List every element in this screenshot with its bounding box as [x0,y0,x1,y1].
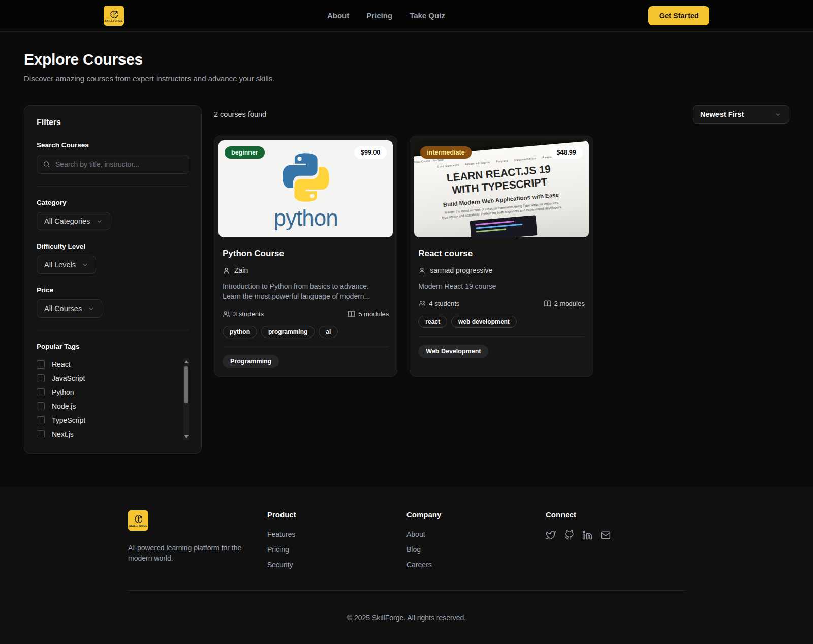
chevron-down-icon [82,262,88,268]
sort-select[interactable]: Newest First [693,105,789,124]
hero: Explore Courses Discover amazing courses… [0,32,813,83]
page-title: Explore Courses [24,51,789,68]
footer-link-security[interactable]: Security [267,561,407,569]
chevron-down-icon [96,218,103,225]
students-icon [223,310,230,318]
linkedin-icon[interactable] [582,530,592,540]
modules-count: 2 modules [554,300,585,308]
python-logo-icon [277,149,334,206]
brand-name: SKILLFORGE [105,19,123,22]
modules-count: 5 modules [358,310,389,318]
tag-label: React [52,360,71,369]
page-subtitle: Discover amazing courses from expert ins… [24,74,789,83]
students-icon [418,300,426,308]
nav-take-quiz[interactable]: Take Quiz [410,11,445,20]
tag-label: Node.js [52,402,76,410]
course-description: Modern React 19 course [418,282,584,292]
filters-divider [37,330,189,330]
filters-title: Filters [37,118,189,127]
tags-scrollbar[interactable] [183,358,189,440]
python-wordmark: python [274,207,338,229]
scroll-up-icon[interactable] [184,360,189,363]
course-card-grid: beginner $99.00 python [214,136,789,377]
footer-connect-title: Connect [546,510,685,519]
checkbox[interactable] [37,388,45,396]
footer-brand-logo[interactable]: SKILLFORGE [128,510,148,531]
checkbox[interactable] [37,430,45,438]
nav-pricing[interactable]: Pricing [366,11,392,20]
footer-brand-block: SKILLFORGE AI-powered learning platform … [128,510,267,569]
github-icon[interactable] [564,530,574,540]
checkbox[interactable] [37,360,45,369]
students-count: 4 students [429,300,459,308]
tag-label: Python [52,388,74,396]
tag-label: Next.js [52,430,74,438]
footer-column-title: Product [267,510,407,519]
page: SKILLFORGE About Pricing Take Quiz Get S… [0,0,813,644]
brand-name: SKILLFORGE [129,524,147,527]
level-badge: intermediate [420,146,471,159]
course-card-python[interactable]: beginner $99.00 python [214,136,397,377]
footer-column-product: Product Features Pricing Security [267,510,407,569]
chevron-down-icon [775,111,781,118]
footer-link-pricing[interactable]: Pricing [267,545,407,554]
course-description: Introduction to Python from basics to ad… [223,282,389,302]
course-tag[interactable]: react [418,316,447,328]
search-input[interactable] [37,155,189,174]
filters-panel: Filters Search Courses Category All Cate… [24,105,202,454]
tag-checkbox-javascript[interactable]: JavaScript [37,372,178,386]
category-badge[interactable]: Web Development [418,345,488,358]
brain-logo-icon [134,514,143,524]
footer-column-connect: Connect [546,510,685,569]
instructor-name: sarmad progressive [430,266,492,274]
course-image-react: intermediate $48.99 React Course - YouTu… [414,140,588,237]
category-badge[interactable]: Programming [223,355,279,368]
difficulty-select[interactable]: All Levels [37,256,96,274]
footer-link-careers[interactable]: Careers [407,561,546,569]
tag-checkbox-python[interactable]: Python [37,385,178,400]
course-tag[interactable]: python [223,326,257,338]
person-icon [223,267,230,274]
course-title: Python Course [223,249,389,259]
footer-tagline: AI-powered learning platform for the mod… [128,543,245,564]
search-label: Search Courses [37,141,189,149]
level-badge: beginner [225,146,265,159]
brain-logo-icon [109,9,119,19]
sort-value: Newest First [700,110,744,118]
course-tag[interactable]: programming [261,326,315,338]
footer-column-title: Company [407,510,546,519]
get-started-button[interactable]: Get Started [648,6,709,25]
tag-checkbox-react[interactable]: React [37,357,178,372]
tag-checkbox-nextjs[interactable]: Next.js [37,427,178,442]
course-card-react[interactable]: intermediate $48.99 React Course - YouTu… [410,136,593,377]
tag-label: TypeScript [52,416,85,424]
card-divider [223,347,389,347]
scroll-down-icon[interactable] [184,435,189,438]
course-tag[interactable]: web development [451,316,517,328]
checkbox[interactable] [37,374,45,382]
category-select[interactable]: All Categories [37,212,110,230]
brand-logo[interactable]: SKILLFORGE [104,6,124,26]
course-tag[interactable]: ai [319,326,338,338]
tag-checkbox-nodejs[interactable]: Node.js [37,400,178,414]
checkbox[interactable] [37,416,45,424]
nav-about[interactable]: About [327,11,349,20]
checkbox[interactable] [37,402,45,410]
card-divider [418,336,584,337]
footer-divider [128,590,685,591]
footer-link-features[interactable]: Features [267,530,407,538]
twitter-icon[interactable] [546,530,556,540]
person-icon [418,267,426,274]
footer-link-blog[interactable]: Blog [407,545,546,554]
scrollbar-thumb[interactable] [184,366,188,403]
chevron-down-icon [88,305,95,312]
footer-link-about[interactable]: About [407,530,546,538]
modules-book-icon [544,300,551,308]
email-icon[interactable] [601,530,611,540]
price-select[interactable]: All Courses [37,299,102,318]
tag-checkbox-typescript[interactable]: TypeScript [37,413,178,427]
category-value: All Categories [44,217,90,225]
course-title: React course [418,249,584,259]
difficulty-label: Difficulty Level [37,242,189,250]
price-label: Price [37,286,189,294]
